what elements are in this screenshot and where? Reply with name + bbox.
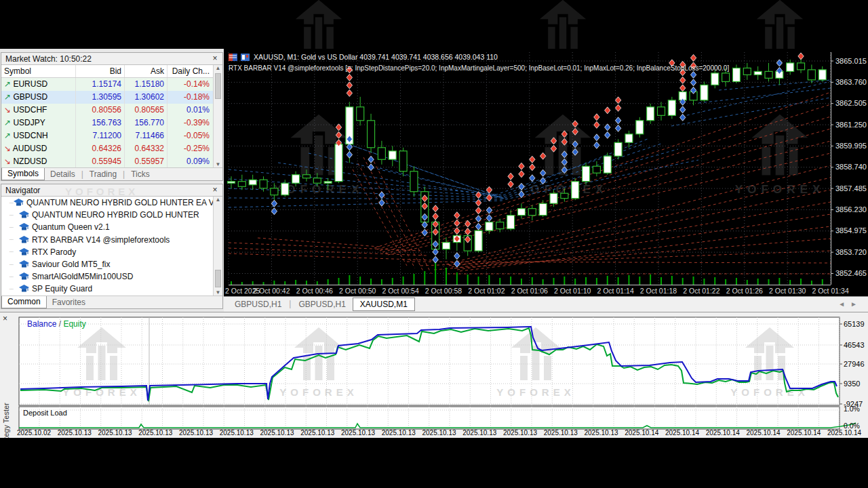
navigator-panel: Navigator × ┈QUANTUM NEURO HYBRID GOLD H…	[1, 184, 223, 309]
tab-common[interactable]: Common	[1, 296, 47, 308]
one-click-trading-icon[interactable]	[241, 54, 250, 61]
chart-tab-gbpusd,h1[interactable]: GBPUSD,H1	[228, 298, 288, 310]
bid-cell: 0.64326	[76, 142, 125, 155]
expert-advisor-icon	[19, 211, 29, 219]
navigator-item[interactable]: ┈RTX BARBAR V14 @simpleforextools	[1, 234, 213, 246]
svg-text:1.0%: 1.0%	[844, 405, 860, 413]
svg-text:2025.10.13: 2025.10.13	[260, 429, 294, 436]
svg-text:2025.10.13: 2025.10.13	[179, 429, 213, 436]
scroll-thumb[interactable]	[215, 73, 221, 99]
market-watch-row[interactable]: ↗ USDCNH7.112007.11466-0.05%	[1, 129, 213, 142]
daily-change-cell: -0.25%	[167, 142, 212, 155]
navigator-item[interactable]: ┈RTX Parody	[1, 246, 213, 258]
market-watch-row[interactable]: ↗ EURUSD1.151741.15180-0.14%	[1, 78, 213, 91]
svg-text:3858.740: 3858.740	[835, 163, 867, 171]
scroll-down-icon[interactable]: ▼	[214, 289, 222, 296]
column-header[interactable]: Symbol	[1, 65, 76, 77]
scroll-up-icon[interactable]: ▲	[214, 65, 222, 72]
symbol-cell: ↗ EURUSD	[1, 78, 76, 91]
ea-parameters-line: RTX BARBAR V14 @simpleforextools [=; Inp…	[229, 64, 729, 72]
navigator-item[interactable]: ┈QUANTUM NEURO HYBRID GOLD HUNTER EA V2.	[1, 197, 213, 209]
market-watch-row[interactable]: ↘ AUDUSD0.643260.64332-0.25%	[1, 142, 213, 155]
trend-up-icon: ↗	[4, 92, 11, 102]
expert-advisor-icon	[19, 272, 29, 281]
trend-down-icon: ↘	[4, 157, 11, 166]
market-watch-row[interactable]: ↗ USDJPY156.763156.770-0.39%	[1, 117, 213, 129]
tab-symbols[interactable]: Symbols	[1, 168, 45, 180]
tab-scroll-arrows[interactable]: ◄►	[838, 300, 863, 308]
tester-legend: Balance / Equity	[27, 319, 86, 329]
svg-text:27946: 27946	[844, 360, 865, 368]
expert-advisor-icon	[19, 223, 29, 231]
navigator-item[interactable]: ┈SmartAlGoldM5Min100USD	[1, 270, 213, 283]
svg-text:2 Oct 00:42: 2 Oct 00:42	[253, 287, 290, 295]
price-axis[interactable]: 3865.0153863.7603862.5053861.2503859.995…	[831, 57, 867, 278]
market-watch-row[interactable]: ↘ NZDUSD0.559450.559570.09%	[1, 155, 213, 167]
symbol-name: USDCNH	[13, 131, 47, 140]
navigator-item[interactable]: ┈Saviour Gold MT5_fix	[1, 258, 213, 270]
navigator-tabs: CommonFavorites	[1, 296, 222, 308]
tree-branch: ┈	[9, 261, 19, 268]
expert-advisor-icon	[19, 260, 29, 268]
svg-text:3857.485: 3857.485	[835, 184, 867, 192]
time-axis[interactable]: 2 Oct 20252 Oct 00:422 Oct 00:462 Oct 00…	[225, 287, 849, 295]
close-icon[interactable]: ×	[210, 53, 220, 65]
symbol-cell: ↗ USDJPY	[1, 117, 76, 129]
depth-of-market-icon[interactable]	[229, 54, 237, 61]
tab-favorites[interactable]: Favorites	[47, 297, 91, 308]
svg-text:3854.975: 3854.975	[835, 226, 867, 235]
tree-branch: ┈	[9, 248, 19, 256]
market-watch-row[interactable]: ↘ USDCHF0.805560.805650.01%	[1, 104, 213, 117]
svg-text:2025.10.14: 2025.10.14	[665, 429, 699, 436]
navigator-item[interactable]: ┈SP Equity Guard	[1, 283, 213, 295]
close-icon[interactable]: ×	[3, 314, 7, 323]
trend-up-icon: ↗	[4, 118, 11, 127]
chart-tab-gbpusd,h1[interactable]: GBPUSD,H1	[292, 298, 352, 310]
column-header[interactable]: Ask	[125, 65, 167, 77]
scroll-up-icon[interactable]: ▲	[214, 197, 222, 203]
trade-markers	[271, 53, 804, 267]
column-header[interactable]: Bid	[76, 65, 125, 77]
svg-text:2 Oct 01:22: 2 Oct 01:22	[683, 287, 719, 295]
yoforex-watermark	[540, 0, 586, 49]
market-watch-scrollbar[interactable]: ▲▼	[213, 65, 222, 167]
tab-details[interactable]: Details	[45, 169, 81, 180]
navigator-scrollbar[interactable]: ▲▼	[213, 197, 222, 296]
svg-text:2 Oct 00:46: 2 Oct 00:46	[296, 287, 333, 295]
scroll-down-icon[interactable]: ▼	[214, 161, 222, 167]
navigator-item[interactable]: ┈QUANTUM NEURO HYBRID GOLD HUNTER	[1, 209, 213, 221]
top-letterbox	[0, 0, 868, 49]
daily-change-cell: -0.39%	[167, 117, 212, 129]
tab-ticks[interactable]: Ticks	[125, 169, 155, 180]
market-watch-row[interactable]: ↗ GBPUSD1.305951.30602-0.18%	[1, 91, 213, 104]
yoforex-watermark	[296, 0, 342, 49]
close-icon[interactable]: ×	[210, 184, 220, 197]
chart-tab-xauusd,m1[interactable]: XAUUSD,M1	[353, 298, 415, 311]
deposit-load-label: Deposit Load	[23, 409, 67, 417]
svg-text:YOFOREX: YOFOREX	[496, 386, 574, 398]
svg-text:3863.760: 3863.760	[835, 78, 867, 86]
bid-cell: 1.15174	[76, 78, 125, 91]
ask-cell: 0.55957	[125, 155, 167, 167]
ask-cell: 0.80565	[125, 104, 167, 117]
scroll-thumb[interactable]	[215, 270, 221, 287]
symbol-name: USDCHF	[13, 105, 47, 115]
strategy-tester-panel[interactable]: YOFOREXYOFOREXYOFOREXYOFOREXBalance / Eq…	[0, 312, 868, 438]
strategy-tester-tab-label[interactable]: Strategy Tester	[2, 403, 10, 438]
price-chart-xauusd[interactable]: YOFOREXYOFOREXYOFOREX3865.0153863.760386…	[224, 49, 868, 296]
svg-text:2 Oct 01:14: 2 Oct 01:14	[597, 287, 633, 295]
tab-trading[interactable]: Trading	[84, 169, 122, 180]
svg-text:2 Oct 01:34: 2 Oct 01:34	[812, 287, 848, 295]
svg-text:2 Oct 01:26: 2 Oct 01:26	[726, 287, 763, 295]
navigator-item[interactable]: ┈Quantum Queen v2.1	[1, 221, 213, 233]
symbol-name: AUDUSD	[13, 144, 47, 153]
navigator-item-label: SP Equity Guard	[32, 284, 92, 293]
bid-cell: 156.763	[76, 117, 125, 129]
svg-text:2025.10.13: 2025.10.13	[220, 429, 254, 436]
navigator-item-label: QUANTUM NEURO HYBRID GOLD HUNTER	[32, 210, 199, 220]
ask-cell: 7.11466	[125, 129, 167, 142]
column-header[interactable]: Daily Ch...	[167, 65, 212, 77]
svg-text:2025.10.13: 2025.10.13	[341, 429, 375, 436]
svg-text:3865.015: 3865.015	[835, 57, 867, 65]
navigator-list: ┈QUANTUM NEURO HYBRID GOLD HUNTER EA V2.…	[1, 197, 213, 296]
